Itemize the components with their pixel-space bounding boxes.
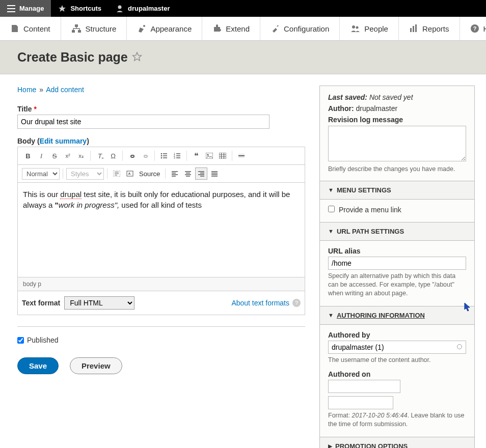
menu-link-checkbox[interactable] — [328, 206, 335, 212]
revision-log-textarea[interactable] — [328, 126, 466, 161]
align-center-button[interactable] — [182, 167, 194, 180]
page-title: Create Basic page — [17, 50, 469, 65]
authored-on-date-input[interactable] — [328, 380, 400, 393]
revision-log-label: Revision log message — [328, 116, 403, 124]
url-alias-input[interactable] — [328, 257, 466, 270]
menu-settings-toggle[interactable]: ▼ MENU SETTINGS — [320, 181, 474, 200]
bullet-list-button[interactable] — [158, 150, 170, 162]
breadcrumb-home[interactable]: Home — [17, 86, 36, 94]
styles-select[interactable]: Styles — [66, 168, 104, 180]
hr-button[interactable] — [235, 150, 248, 162]
svg-point-6 — [352, 25, 355, 29]
source-icon[interactable] — [124, 167, 136, 180]
author-value: drupalmaster — [356, 104, 397, 113]
help-icon: ? — [470, 24, 479, 33]
remove-format-button[interactable]: T× — [94, 150, 106, 162]
help-circle-icon[interactable]: ? — [292, 299, 301, 307]
authored-by-desc: The username of the content author. — [328, 356, 466, 365]
svg-text:3: 3 — [174, 156, 175, 159]
align-left-button[interactable] — [169, 167, 181, 180]
svg-rect-3 — [72, 30, 75, 33]
chevron-down-icon: ▼ — [328, 187, 334, 193]
extend-icon — [212, 24, 222, 33]
save-button[interactable]: Save — [17, 357, 59, 374]
svg-marker-25 — [465, 303, 470, 311]
svg-rect-10 — [415, 24, 417, 32]
unlink-button[interactable] — [139, 150, 151, 162]
breadcrumb: Home » Add content — [17, 86, 305, 94]
menu-settings-body: Provide a menu link — [320, 200, 474, 222]
svg-rect-20 — [206, 153, 213, 159]
svg-rect-9 — [413, 26, 414, 32]
authoring-body: Authored by The username of the content … — [320, 325, 474, 438]
format-select[interactable]: Normal — [22, 168, 60, 180]
source-button[interactable]: Source — [137, 169, 162, 179]
menu-help[interactable]: ?Help — [460, 17, 487, 40]
title-input[interactable] — [17, 115, 269, 129]
menu-reports[interactable]: Reports — [399, 17, 460, 40]
menu-link-label: Provide a menu link — [339, 206, 401, 214]
promotion-toggle[interactable]: ▶ PROMOTION OPTIONS — [320, 437, 474, 448]
published-checkbox[interactable] — [17, 337, 24, 344]
number-list-button[interactable]: 123 — [171, 150, 183, 162]
url-alias-label: URL alias — [328, 247, 466, 255]
hamburger-icon — [7, 5, 15, 12]
text-format-row: Text format Full HTML About text formats… — [17, 291, 305, 315]
svg-point-16 — [161, 157, 163, 159]
manage-label: Manage — [19, 5, 44, 12]
svg-point-15 — [161, 155, 163, 157]
blockquote-button[interactable]: ❝ — [190, 150, 202, 162]
authored-on-time-input[interactable] — [328, 396, 393, 409]
superscript-button[interactable]: x² — [62, 150, 74, 162]
breadcrumb-add[interactable]: Add content — [46, 86, 84, 94]
menu-extend[interactable]: Extend — [202, 17, 260, 40]
svg-rect-8 — [410, 28, 412, 32]
authored-on-label: Authored on — [328, 370, 466, 378]
url-settings-body: URL alias Specify an alternative path by… — [320, 241, 474, 306]
svg-rect-22 — [219, 153, 226, 159]
revision-log-desc: Briefly describe the changes you have ma… — [328, 165, 466, 174]
elements-path[interactable]: body p — [18, 277, 305, 291]
chevron-down-icon: ▼ — [328, 312, 334, 318]
shortcuts-button[interactable]: Shortcuts — [51, 0, 109, 17]
svg-point-7 — [356, 26, 359, 29]
menu-people[interactable]: People — [340, 17, 399, 40]
menu-configuration[interactable]: Configuration — [260, 17, 340, 40]
published-label: Published — [27, 336, 59, 344]
autocomplete-icon — [457, 344, 462, 349]
svg-rect-4 — [78, 30, 81, 33]
authoring-toggle[interactable]: ▼ AUTHORING INFORMATION — [320, 306, 474, 325]
menu-structure[interactable]: Structure — [61, 17, 127, 40]
manage-button[interactable]: Manage — [0, 0, 51, 17]
bold-button[interactable]: B — [22, 150, 34, 162]
url-settings-toggle[interactable]: ▼ URL PATH SETTINGS — [320, 222, 474, 241]
svg-marker-13 — [132, 52, 141, 61]
align-justify-button[interactable] — [208, 167, 221, 180]
show-blocks-button[interactable] — [111, 167, 123, 180]
edit-summary-link[interactable]: Edit summary — [40, 137, 87, 145]
italic-button[interactable]: I — [35, 150, 47, 162]
svg-text:?: ? — [473, 25, 476, 32]
text-format-select[interactable]: Full HTML — [64, 296, 134, 310]
subscript-button[interactable]: x₂ — [75, 150, 87, 162]
strike-button[interactable]: S — [48, 150, 61, 162]
favorite-star-icon[interactable] — [132, 50, 142, 65]
editor-body[interactable]: This is our drupal test site, it is buil… — [18, 183, 305, 277]
link-button[interactable] — [126, 150, 138, 162]
authored-by-label: Authored by — [328, 331, 466, 339]
table-button[interactable] — [217, 150, 229, 162]
align-right-button[interactable] — [195, 167, 207, 180]
menu-appearance[interactable]: Appearance — [127, 17, 202, 40]
image-button[interactable] — [203, 150, 215, 162]
menu-content[interactable]: Content — [0, 17, 61, 40]
published-row: Published — [17, 336, 305, 344]
user-button[interactable]: drupalmaster — [109, 0, 177, 17]
content-icon — [10, 24, 19, 33]
authored-by-input[interactable] — [328, 341, 466, 354]
appearance-icon — [137, 24, 146, 33]
preview-button[interactable]: Preview — [70, 357, 122, 374]
authored-on-desc: Format: 2017-10-20 5:46:44. Leave blank … — [328, 411, 466, 429]
about-text-formats-link[interactable]: About text formats — [231, 299, 289, 307]
special-char-button[interactable]: Ω — [107, 150, 119, 162]
chevron-right-icon: ▶ — [328, 443, 332, 448]
